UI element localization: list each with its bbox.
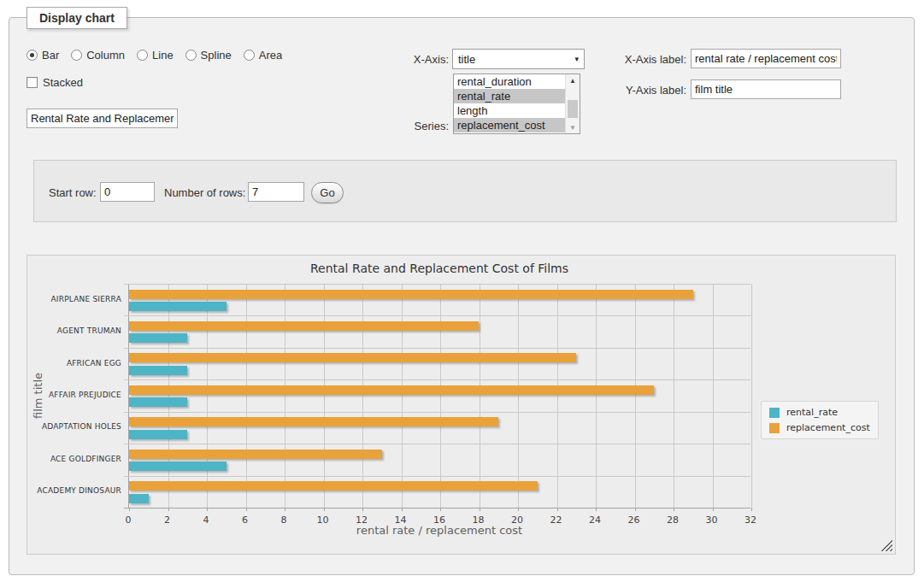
bar-rental_rate-agent-truman[interactable] [129,333,187,343]
gridline-vertical [674,284,674,508]
x-axis-tick [207,508,208,511]
category-label: AIRPLANE SIERRA [27,295,121,303]
series-option-replacement_cost[interactable]: replacement_cost [454,118,565,132]
radio-icon[interactable] [26,50,38,61]
radio-label: Bar [42,49,59,62]
gridline-horizontal [124,444,750,444]
x-axis-tick [129,508,130,511]
legend-swatch-icon [769,408,780,418]
radio-icon[interactable] [244,50,255,61]
series-options: rental_durationrental_ratelengthreplacem… [454,74,565,133]
series-select-label: Series: [401,120,449,132]
series-listbox: rental_durationrental_ratelengthreplacem… [453,73,580,134]
x-axis-label-input[interactable] [691,49,841,68]
category-label: ACADEMY DINOSAUR [27,486,121,495]
stacked-label: Stacked [43,76,83,89]
bar-rental_rate-academy-dinosaur[interactable] [129,494,149,503]
x-axis-label-label: X-Axis label: [616,53,686,66]
bar-replacement_cost-african-egg[interactable] [129,353,576,362]
gridline-vertical [285,284,285,508]
chart-legend: rental_ratereplacement_cost [761,401,879,439]
scrollbar-thumb[interactable] [568,100,578,118]
bar-replacement_cost-academy-dinosaur[interactable] [129,481,538,491]
x-axis-tick [674,508,674,511]
x-axis-selected-value: title [458,53,574,66]
x-axis-tick [518,508,519,511]
y-axis-label-label: Y-Axis label: [616,84,686,97]
x-axis-select-label: X-Axis: [401,53,449,66]
bar-rental_rate-adaptation-holes[interactable] [129,430,187,439]
gridline-vertical [596,284,597,508]
chart-type-option-spline[interactable]: Spline [185,49,232,62]
chart-type-option-line[interactable]: Line [137,49,174,62]
category-label: ACE GOLDFINGER [27,455,121,463]
rows-panel: Start row: Number of rows: Go [33,160,897,222]
x-axis-select[interactable]: title ▾ [452,49,585,69]
bar-replacement_cost-adaptation-holes[interactable] [129,417,498,426]
gridline-vertical [246,284,247,508]
gridline-vertical [518,284,519,508]
bar-replacement_cost-ace-goldfinger[interactable] [129,450,382,459]
radio-icon[interactable] [185,50,197,61]
gridline-vertical [168,284,169,508]
bar-rental_rate-ace-goldfinger[interactable] [129,461,227,471]
legend-label: rental_rate [786,407,838,418]
category-label: ADAPTATION HOLES [27,422,121,431]
bar-replacement_cost-airplane-sierra[interactable] [129,290,693,299]
fieldset-legend: Display chart [26,7,127,29]
chart-panel: Rental Rate and Replacement Cost of Film… [26,255,896,555]
series-scrollbar[interactable]: ▲ ▼ [565,74,580,133]
radio-icon[interactable] [71,50,82,61]
x-axis-tick [324,508,325,511]
start-row-input[interactable] [100,182,155,202]
stacked-row: Stacked [26,76,83,89]
radio-label: Area [259,49,282,62]
legend-swatch-icon [769,423,780,433]
category-label: AFRICAN EGG [27,359,121,367]
radio-label: Spline [201,49,232,62]
bar-rental_rate-african-egg[interactable] [129,366,187,375]
x-axis-tick [402,508,403,511]
radio-label: Line [152,49,174,62]
bar-rental_rate-airplane-sierra[interactable] [129,302,227,311]
series-option-rental_rate[interactable]: rental_rate [454,89,565,103]
x-axis-tick [557,508,558,511]
bar-replacement_cost-agent-truman[interactable] [129,321,479,331]
stacked-checkbox[interactable] [26,77,38,88]
radio-label: Column [86,49,125,62]
chart-type-option-bar[interactable]: Bar [26,49,59,62]
x-axis-tick [751,508,752,511]
chart-x-axis-title: rental rate / replacement cost [128,524,750,537]
category-label: AFFAIR PREJUDICE [27,391,121,399]
category-label: AGENT TRUMAN [27,326,121,335]
num-rows-label: Number of rows: [164,186,245,199]
gridline-horizontal [124,379,750,380]
radio-icon[interactable] [137,50,148,61]
gridline-vertical [440,284,441,508]
x-axis-tick [635,508,636,511]
x-axis-tick [596,508,597,511]
series-option-rental_duration[interactable]: rental_duration [454,74,565,89]
series-option-length[interactable]: length [454,103,565,118]
chart-type-option-column[interactable]: Column [71,49,125,62]
gridline-vertical [480,284,480,508]
resize-grip-icon[interactable] [881,540,892,551]
bar-rental_rate-affair-prejudice[interactable] [129,397,187,407]
bar-replacement_cost-affair-prejudice[interactable] [129,385,654,395]
chart-title-input[interactable] [26,109,178,128]
x-axis-tick [285,508,285,511]
y-axis-label-input[interactable] [691,79,841,99]
gridline-vertical [713,284,714,508]
go-button[interactable]: Go [311,182,344,203]
legend-item-replacement_cost[interactable]: replacement_cost [769,422,870,433]
chart-type-option-area[interactable]: Area [244,49,282,62]
chart-type-radio-group: BarColumnLineSplineArea [26,49,294,62]
scroll-up-icon[interactable]: ▲ [566,74,580,86]
num-rows-input[interactable] [248,182,304,202]
gridline-vertical [207,284,208,508]
legend-item-rental_rate[interactable]: rental_rate [769,407,870,418]
gridline-horizontal [124,284,750,285]
x-axis-tick [246,508,247,511]
gridline-vertical [324,284,325,508]
scroll-down-icon[interactable]: ▼ [566,121,580,133]
